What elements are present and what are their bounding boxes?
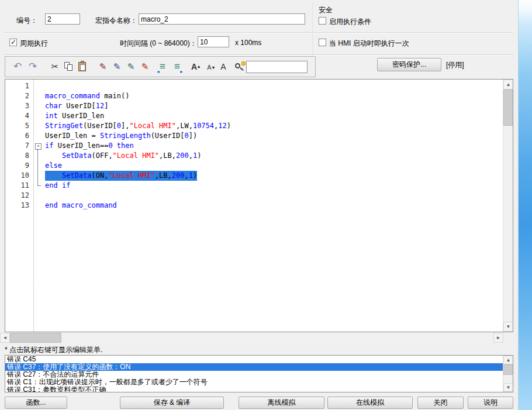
- periodic-checkbox[interactable]: [9, 39, 17, 46]
- line-number: 4: [5, 111, 30, 121]
- scroll-left-icon[interactable]: ◄: [0, 333, 10, 343]
- token-num: 10754: [193, 122, 214, 130]
- token-kw: macro_command: [45, 92, 100, 100]
- code-line[interactable]: 2macro_command main(): [5, 91, 503, 101]
- token-kw: StringGet: [45, 122, 83, 130]
- paste-clip: [81, 61, 84, 63]
- macro-id-input[interactable]: [45, 13, 80, 25]
- redo-icon[interactable]: [26, 60, 39, 74]
- cut-icon[interactable]: [49, 60, 61, 74]
- pencil-green-icon[interactable]: [125, 60, 137, 74]
- find-icon[interactable]: [233, 60, 246, 74]
- paste-sheet: [80, 64, 85, 71]
- editor-hscroll-thumb[interactable]: [10, 333, 61, 343]
- code-line[interactable]: 4int UserID_len: [5, 111, 503, 121]
- close-button[interactable]: 关闭: [417, 397, 464, 409]
- code-line[interactable]: 12: [5, 191, 503, 201]
- font-increase-icon[interactable]: ▴: [188, 60, 201, 74]
- token-pl: [45, 151, 62, 160]
- editor-vertical-scrollbar[interactable]: ▲ ▼: [503, 80, 513, 332]
- error-item[interactable]: 错误 C31：参数资料类型不正确: [5, 386, 503, 392]
- token-pl: [58, 201, 62, 209]
- interval-input[interactable]: [198, 36, 229, 47]
- token-pl: UserID_len =: [45, 132, 100, 140]
- fold-column: [30, 171, 45, 181]
- code-lines: 12macro_command main()3char UserID[12]4i…: [5, 81, 503, 332]
- token-pl: (ON,: [91, 171, 108, 180]
- macro-name-input[interactable]: [139, 13, 305, 25]
- indent-left-arrow: ◄: [156, 65, 160, 79]
- code-line[interactable]: 13end macro_command: [5, 201, 503, 211]
- copy-icon[interactable]: [63, 60, 75, 74]
- code-line[interactable]: 5StringGet(UserID[0],"Local HMI",LW,1075…: [5, 121, 503, 131]
- scroll-up-icon[interactable]: ▲: [503, 356, 513, 364]
- token-pl: ],: [121, 122, 129, 130]
- token-pl: ): [197, 151, 201, 160]
- font-icon[interactable]: [217, 60, 230, 74]
- fold-column: [30, 121, 45, 131]
- indent-left-icon[interactable]: ◄: [156, 60, 169, 74]
- token-pl: [113, 142, 117, 150]
- help-button[interactable]: 说明: [468, 397, 513, 409]
- code-line[interactable]: 3char UserID[12]: [5, 101, 503, 111]
- code-line[interactable]: 10 SetData(ON,"Local HMI",LB,200,1): [5, 171, 503, 181]
- line-number: 10: [5, 171, 30, 181]
- right-click-hint: * 点击鼠标右键可显示编辑菜单.: [5, 345, 102, 355]
- token-str: "Local HMI": [108, 171, 154, 180]
- pencil-blue-icon[interactable]: [110, 60, 123, 74]
- code-editor[interactable]: 12macro_command main()3char UserID[12]4i…: [5, 79, 513, 332]
- error-item[interactable]: 错误 C27：不合法的运算元件: [5, 371, 503, 378]
- code-text: char UserID[12]: [45, 101, 108, 111]
- line-number: 8: [5, 151, 30, 161]
- macro-editor-dialog: 编号： 宏指令名称： 安全 启用执行条件 周期执行 时间间隔 (0 ~ 8640…: [0, 0, 518, 410]
- editor-vscroll-thumb[interactable]: [503, 89, 513, 126]
- scroll-right-icon[interactable]: ►: [493, 333, 503, 343]
- font-decrease-icon[interactable]: ▾: [203, 60, 216, 74]
- undo-icon[interactable]: [11, 60, 24, 74]
- code-line[interactable]: 7if UserID_len==0 then: [5, 141, 503, 151]
- error-vscroll-thumb[interactable]: [503, 364, 513, 375]
- code-line[interactable]: 1: [5, 81, 503, 91]
- code-line[interactable]: 9else: [5, 161, 503, 171]
- pencil-maroon-icon[interactable]: [96, 60, 109, 74]
- error-item[interactable]: 错误 C1：出现此项错误提示时，一般都是多了或者少了一个符号: [5, 378, 503, 386]
- password-protect-button[interactable]: 密码保护...: [377, 58, 441, 71]
- token-num: 12: [218, 122, 226, 130]
- token-pl: ,: [184, 171, 188, 180]
- code-line[interactable]: 8 SetData(OFF,"Local HMI",LB,200,1): [5, 151, 503, 161]
- fold-toggle-icon[interactable]: [30, 141, 45, 151]
- token-pl: ): [193, 171, 197, 180]
- scroll-up-icon[interactable]: ▲: [503, 80, 513, 89]
- paste-icon[interactable]: [77, 60, 89, 74]
- error-item-selected[interactable]: 错误 C37：使用了没有定义的函数：ON: [5, 363, 503, 371]
- scroll-down-icon[interactable]: ▼: [503, 383, 513, 392]
- token-kw: SetData: [62, 151, 92, 160]
- divider-vertical: [313, 3, 313, 54]
- token-kw: char: [45, 102, 62, 110]
- run-on-hmi-start-checkbox[interactable]: [319, 39, 326, 46]
- save-compile-button[interactable]: 保存 & 编译: [120, 397, 224, 409]
- offline-simulation-button[interactable]: 离线模拟: [239, 397, 324, 409]
- editor-horizontal-scrollbar[interactable]: ◄ ►: [0, 333, 503, 343]
- enable-condition-label: 启用执行条件: [329, 17, 371, 27]
- run-on-hmi-start-label: 当 HMI 启动时即执行一次: [329, 39, 409, 49]
- divider-toolbar: [5, 54, 513, 55]
- scroll-down-icon[interactable]: ▼: [503, 322, 513, 332]
- find-input[interactable]: [246, 61, 308, 73]
- indent-right-arrow: ►: [179, 65, 184, 79]
- error-item[interactable]: 错误 C45: [5, 356, 503, 363]
- token-kw: StringLength: [100, 132, 151, 140]
- error-list[interactable]: 错误 C45错误 C37：使用了没有定义的函数：ON错误 C27：不合法的运算元…: [5, 355, 513, 392]
- error-list-scrollbar[interactable]: ▲ ▼: [503, 356, 513, 392]
- fold-column: [30, 181, 45, 191]
- token-pl: ]: [104, 102, 108, 110]
- security-group-title: 安全: [319, 5, 333, 15]
- online-simulation-button[interactable]: 在线模拟: [327, 397, 413, 409]
- functions-button[interactable]: 函数...: [5, 397, 67, 409]
- pencil-red-icon[interactable]: [139, 60, 151, 74]
- token-pl: ): [227, 122, 231, 130]
- indent-right-icon[interactable]: ►: [171, 60, 184, 74]
- code-line[interactable]: 6UserID_len = StringLength(UserID[0]): [5, 131, 503, 141]
- code-line[interactable]: 11end if: [5, 181, 503, 191]
- enable-condition-checkbox[interactable]: [319, 17, 326, 25]
